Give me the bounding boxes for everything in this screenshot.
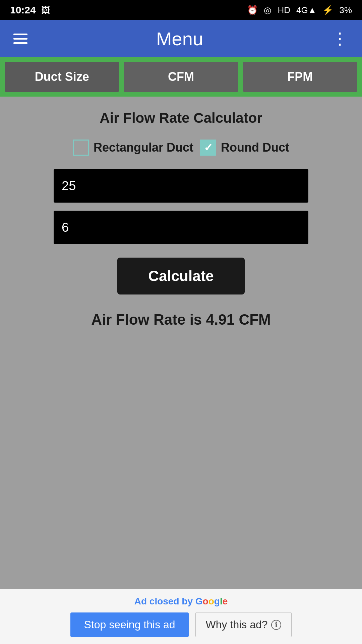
signal-icon: 4G▲ [296, 5, 316, 15]
result-text: Air Flow Rate is 4.91 CFM [20, 311, 342, 328]
hamburger-menu-button[interactable] [13, 34, 27, 44]
status-bar: 10:24 🖼 ⏰ ◎ HD 4G▲ ⚡ 3% [0, 0, 362, 20]
stop-seeing-ad-button[interactable]: Stop seeing this ad [70, 612, 188, 637]
input-field-2[interactable] [54, 211, 308, 244]
tab-duct-size[interactable]: Duct Size [5, 62, 119, 92]
why-ad-label: Why this ad? [206, 619, 268, 631]
round-duct-label: Round Duct [221, 141, 289, 155]
ad-closed-text: Ad closed by Google [134, 596, 228, 607]
tab-bar: Duct Size CFM FPM [0, 57, 362, 97]
input-field-1[interactable] [54, 169, 308, 203]
status-right: ⏰ ◎ HD 4G▲ ⚡ 3% [247, 5, 352, 15]
duct-options: Rectangular Duct Round Duct [20, 140, 342, 156]
battery-icon: ⚡ [322, 5, 333, 15]
info-icon: ℹ [271, 620, 281, 630]
calculator-title: Air Flow Rate Calculator [20, 110, 342, 126]
location-icon: ◎ [264, 5, 272, 15]
app-bar: Menu ⋮ [0, 20, 362, 57]
tab-cfm[interactable]: CFM [124, 62, 238, 92]
google-label: Google [195, 596, 228, 606]
rectangular-duct-checkbox[interactable] [73, 140, 89, 156]
hd-icon: HD [278, 5, 290, 15]
main-content: Air Flow Rate Calculator Rectangular Duc… [0, 97, 362, 580]
tab-fpm[interactable]: FPM [243, 62, 357, 92]
round-duct-option[interactable]: Round Duct [200, 140, 289, 156]
rectangular-duct-option[interactable]: Rectangular Duct [73, 140, 193, 156]
ad-banner: Ad closed by Google Stop seeing this ad … [0, 589, 362, 644]
calculate-button[interactable]: Calculate [117, 258, 245, 294]
round-duct-checkbox[interactable] [200, 140, 216, 156]
more-options-button[interactable]: ⋮ [332, 29, 349, 48]
photo-icon: 🖼 [41, 5, 50, 15]
ad-closed-label: Ad closed by [134, 596, 193, 606]
app-title: Menu [156, 28, 203, 50]
alarm-icon: ⏰ [247, 5, 258, 15]
ad-actions: Stop seeing this ad Why this ad? ℹ [70, 612, 291, 637]
battery-percent: 3% [339, 5, 352, 15]
why-this-ad-button[interactable]: Why this ad? ℹ [195, 612, 292, 637]
rectangular-duct-label: Rectangular Duct [94, 141, 193, 155]
status-left: 10:24 🖼 [10, 4, 50, 16]
status-time: 10:24 [10, 4, 36, 16]
